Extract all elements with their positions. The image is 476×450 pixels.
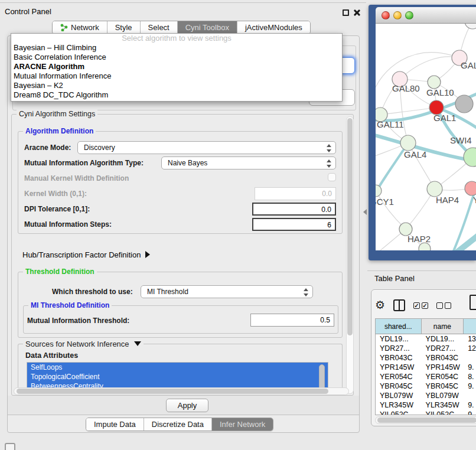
dpi-tolerance-field[interactable]: 0.0 (252, 203, 336, 216)
node-label: GAL80 (392, 83, 420, 93)
threshold-definition-group: Threshold Definition Which threshold to … (18, 272, 343, 338)
dropdown-item[interactable]: Bayesian – Hill Climbing (11, 43, 342, 53)
dropdown-item[interactable]: Mutual Information Inference (11, 71, 342, 81)
deselect-all-icon[interactable] (436, 302, 451, 309)
settings-vertical-scrollbar[interactable] (346, 116, 354, 394)
network-node[interactable] (455, 95, 473, 113)
stepper-arrows-icon[interactable] (326, 144, 331, 153)
mi-type-combobox[interactable]: Naive Bayes (161, 156, 336, 169)
attribute-list-item[interactable]: SelfLoops (27, 363, 328, 372)
dropdown-item[interactable]: ARACNE Algorithm (11, 62, 342, 71)
algorithm-definition-group: Algorithm Definition Aracne Mode: Discov… (18, 131, 343, 234)
mi-type-value: Naive Bayes (168, 159, 207, 167)
table-cell: 9. (464, 363, 476, 372)
node-label: GCY1 (376, 197, 394, 207)
network-node-gal10[interactable] (428, 76, 441, 89)
table-cell (464, 391, 476, 400)
table-row[interactable]: YDR27...YDR27...12 (376, 344, 476, 353)
sources-legend[interactable]: Sources for Network Inference (23, 340, 144, 348)
stepper-arrows-icon[interactable] (303, 288, 308, 297)
dropdown-item[interactable]: Dream8 DC_TDC Algorithm (11, 90, 342, 100)
algorithm-dropdown-popup: Select algorithm to view settings Bayesi… (11, 33, 343, 102)
dropdown-item[interactable]: Bayesian – K2 (11, 81, 342, 90)
table-row[interactable]: YPR145WYPR145W9. (376, 363, 476, 372)
panel-splitter-arrow-icon[interactable] (363, 209, 367, 215)
control-panel-tabbar: NetworkStyleSelectCyni ToolboxjActiveMNo… (52, 21, 311, 34)
table-panel-titlebar: Table Panel (367, 270, 476, 286)
apply-button[interactable]: Apply (166, 399, 208, 412)
tab-jactivemnodules[interactable]: jActiveMNodules (237, 21, 310, 34)
network-edge[interactable] (400, 57, 459, 79)
stepper-arrows-icon[interactable] (326, 159, 331, 168)
tab-discretize-data[interactable]: Discretize Data (144, 418, 212, 431)
dpi-tolerance-label: DPI Tolerance [0,1]: (24, 205, 90, 213)
network-node-gcy1[interactable] (376, 185, 382, 197)
gear-icon[interactable]: ⚙ (375, 299, 385, 311)
float-window-icon[interactable] (343, 9, 349, 16)
which-threshold-combobox[interactable]: MI Threshold (141, 285, 313, 298)
cyni-bottom-tabbar: Impute DataDiscretize DataInfer Network (86, 418, 273, 431)
mi-threshold-label: Mutual Information Threshold: (27, 317, 129, 325)
network-canvas[interactable]: GALGAL80GAL10GAL1GAL11GAL4SWI4GCY1HAP4YH… (376, 24, 476, 250)
table-cell: YER054C (376, 372, 422, 381)
tab-infer-network[interactable]: Infer Network (212, 418, 273, 431)
column-header[interactable] (464, 319, 476, 334)
network-graph[interactable]: GALGAL80GAL10GAL1GAL11GAL4SWI4GCY1HAP4YH… (376, 24, 476, 250)
table-row[interactable]: YBL079WYBL079W (376, 391, 476, 400)
collapsed-panel-icon[interactable] (5, 443, 15, 450)
mi-steps-label: Mutual Information Steps: (24, 220, 112, 229)
select-all-icon[interactable]: ✓ ✓ (413, 302, 428, 309)
settings-horizontal-scrollbar[interactable] (14, 387, 349, 395)
mi-threshold-group: MI Threshold Definition Mutual Informati… (23, 305, 338, 334)
network-edge-highlighted[interactable] (449, 231, 476, 250)
tab-impute-data[interactable]: Impute Data (86, 418, 144, 431)
tab-select[interactable]: Select (141, 21, 178, 34)
minimize-traffic-icon[interactable] (393, 11, 402, 19)
settings-scrollbar-thumb[interactable] (347, 118, 353, 335)
table-hscrollbar-thumb[interactable] (377, 418, 476, 423)
table-row[interactable]: YER054CYER054C8. (376, 372, 476, 381)
node-label: SWI4 (450, 135, 472, 145)
network-window-titlebar[interactable] (376, 7, 476, 24)
attribute-list-item[interactable]: TopologicalCoefficient (27, 372, 328, 381)
network-icon (60, 24, 68, 31)
table-cell: YPR145W (422, 363, 464, 372)
node-label: GAL (461, 60, 476, 70)
tab-style[interactable]: Style (107, 21, 141, 34)
network-node[interactable] (465, 24, 476, 29)
column-header[interactable]: shared... (376, 319, 422, 334)
table-row[interactable]: YDL19...YDL19...13 (376, 334, 476, 344)
node-table[interactable]: shared...name YDL19...YDL19...13YDR27...… (375, 318, 476, 415)
close-icon[interactable] (353, 9, 361, 17)
table-horizontal-scrollbar[interactable] (375, 416, 476, 424)
tab-cyni-toolbox[interactable]: Cyni Toolbox (178, 21, 237, 34)
node-label: Y (473, 195, 476, 205)
tab-network[interactable]: Network (53, 21, 107, 34)
dropdown-items: Bayesian – Hill ClimbingBasic Correlatio… (11, 43, 342, 100)
hub-definition-expander[interactable]: Hub/Transcription Factor Definition (22, 250, 150, 259)
node-label: GAL11 (377, 119, 404, 129)
aracne-mode-combobox[interactable]: Discovery (77, 141, 336, 154)
network-node-y[interactable] (465, 181, 476, 195)
new-file-icon[interactable] (470, 295, 476, 310)
table-cell: YLR345W (422, 400, 464, 410)
close-traffic-icon[interactable] (382, 11, 390, 19)
table-row[interactable]: YBR045CYBR045C9. (376, 381, 476, 391)
column-header[interactable]: name (422, 319, 464, 334)
dropdown-item[interactable]: Basic Correlation Inference (11, 53, 342, 62)
zoom-traffic-icon[interactable] (405, 11, 413, 19)
columns-icon[interactable] (393, 299, 405, 311)
table-row[interactable]: YBR043CYBR043C (376, 353, 476, 363)
table-row[interactable]: YIL052CYIL052C9 (376, 410, 476, 415)
kernel-width-field[interactable]: 0.0 (255, 187, 336, 200)
mi-steps-field[interactable]: 6 (252, 218, 336, 231)
control-panel-titlebar: Control Panel (0, 2, 366, 18)
manual-kernel-checkbox[interactable] (328, 173, 336, 181)
settings-hscrollbar-thumb[interactable] (17, 389, 328, 394)
table-cell: 8. (464, 372, 476, 381)
mi-threshold-field[interactable]: 0.5 (250, 314, 334, 327)
network-node-gal4[interactable] (400, 135, 416, 151)
table-row[interactable]: YLR345WYLR345W9. (376, 400, 476, 410)
mi-type-label: Mutual Information Algorithm Type: (24, 159, 144, 167)
node-label: GAL1 (433, 113, 456, 123)
